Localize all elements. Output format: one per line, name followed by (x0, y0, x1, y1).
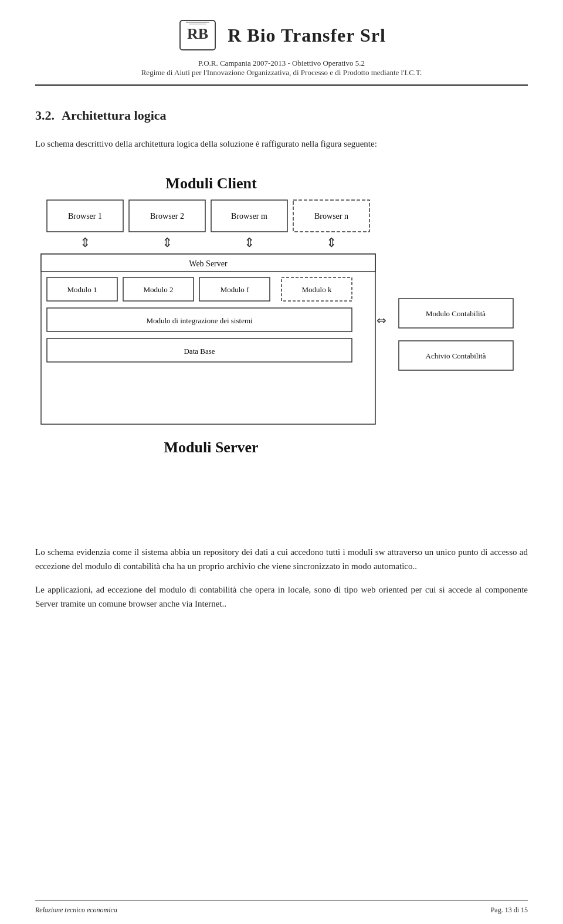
page-header: RB R Bio Transfer Srl P.O.R. Campania 20… (35, 0, 528, 86)
svg-text:Modulo  f: Modulo f (221, 285, 249, 294)
svg-text:Moduli Client: Moduli Client (165, 175, 257, 192)
subtitle-line1: P.O.R. Campania 2007-2013 - Obiettivo Op… (198, 59, 365, 68)
page-footer: Relazione tecnico economica Pag. 13 di 1… (35, 901, 528, 924)
footer-right: Pag. 13 di 15 (491, 906, 528, 915)
section-number: 3.2. (35, 108, 55, 123)
svg-text:Browser n: Browser n (314, 212, 348, 221)
intro-text: Lo schema descrittivo della architettura… (35, 137, 528, 151)
svg-text:⇕: ⇕ (244, 235, 255, 250)
section-title: Architettura logica (62, 108, 167, 123)
svg-text:⇕: ⇕ (326, 235, 337, 250)
svg-text:Achivio Contabilità: Achivio Contabilità (426, 351, 486, 360)
subtitle-line2: Regime di Aiuti per l'Innovazione Organi… (141, 68, 422, 77)
svg-text:Modulo Contabilità: Modulo Contabilità (426, 309, 486, 318)
svg-text:Moduli Server: Moduli Server (164, 439, 258, 456)
svg-text:Web Server: Web Server (189, 259, 228, 268)
body-text-2: Le applicazioni, ad eccezione del modulo… (35, 583, 528, 611)
svg-text:Modulo k: Modulo k (302, 285, 332, 294)
svg-text:Modulo 1: Modulo 1 (67, 285, 97, 294)
footer-left: Relazione tecnico economica (35, 906, 117, 915)
diagram-svg: Moduli Client Browser 1 Browser 2 Browse… (35, 165, 528, 529)
logo-area: RB R Bio Transfer Srl (177, 18, 386, 53)
svg-text:Modulo di integrazione dei sis: Modulo di integrazione dei sistemi (146, 316, 253, 325)
svg-text:⇕: ⇕ (162, 235, 172, 250)
svg-text:Modulo 2: Modulo 2 (144, 285, 174, 294)
company-logo: RB (177, 18, 218, 53)
svg-text:⇕: ⇕ (80, 235, 90, 250)
architecture-diagram: Moduli Client Browser 1 Browser 2 Browse… (35, 165, 528, 529)
body-text-1: Lo schema evidenzia come il sistema abbi… (35, 545, 528, 573)
company-name: R Bio Transfer Srl (228, 25, 386, 46)
svg-text:Browser m: Browser m (231, 212, 267, 221)
svg-text:Browser 1: Browser 1 (68, 212, 102, 221)
svg-text:⇔: ⇔ (377, 314, 386, 327)
svg-text:Data Base: Data Base (184, 347, 215, 356)
svg-text:RB: RB (187, 25, 208, 42)
svg-text:Browser 2: Browser 2 (150, 212, 184, 221)
